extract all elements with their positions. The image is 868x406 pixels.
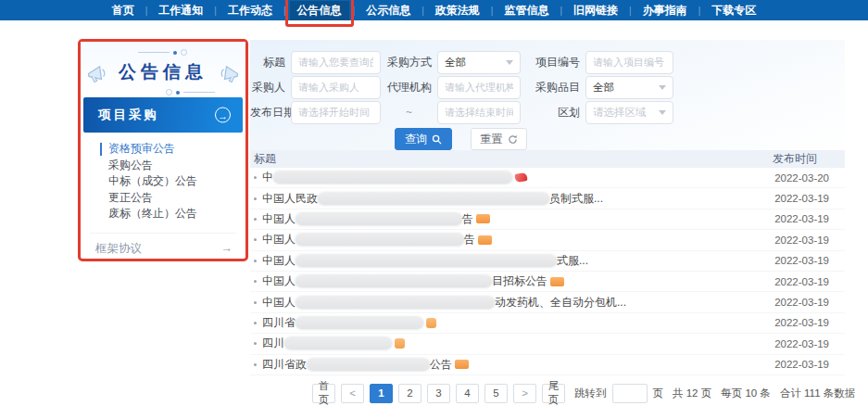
table-row[interactable]: 中国人告2022-03-19: [250, 209, 845, 230]
row-title-text: 四川省: [262, 315, 296, 331]
row-title-text: 四川省政: [262, 357, 307, 373]
sidebar-section-label: 项目采购: [98, 107, 159, 123]
row-date: 2022-03-19: [743, 255, 845, 266]
page-button-3[interactable]: 3: [427, 384, 450, 403]
bullet-icon: [254, 176, 257, 179]
redacted-bar: [296, 275, 492, 287]
first-page-button[interactable]: 首页: [312, 384, 335, 403]
table-row[interactable]: 四川2022-03-19: [250, 334, 845, 354]
table-row[interactable]: 中国人式服...2022-03-19: [250, 251, 845, 272]
title-input[interactable]: [291, 51, 381, 74]
purchaser-input[interactable]: [291, 76, 381, 99]
nav-item-1[interactable]: 首页: [105, 1, 142, 20]
date-range-separator: ~: [386, 106, 432, 119]
nav-item-10[interactable]: 下载专区: [704, 1, 763, 20]
row-date: 2022-03-19: [743, 317, 845, 328]
caret-down-icon: [659, 85, 666, 90]
agency-input[interactable]: [437, 76, 521, 99]
query-button[interactable]: 查询: [395, 128, 452, 150]
page-button-4[interactable]: 4: [456, 384, 479, 403]
orange-badge-icon: [455, 360, 469, 369]
table-row[interactable]: 中国人告2022-03-19: [250, 230, 845, 250]
sidebar-menu-item[interactable]: 资格预审公告: [108, 141, 245, 158]
nav-separator: |: [145, 6, 148, 16]
start-date-input[interactable]: [291, 101, 381, 124]
table-row[interactable]: 四川省2022-03-19: [250, 313, 845, 334]
column-header-date: 发布时间: [739, 151, 841, 167]
refresh-icon: [508, 134, 518, 145]
decor-line-bottom: [166, 89, 215, 95]
arrow-right-icon: →: [221, 242, 233, 255]
table-row[interactable]: 中国人目招标公告2022-03-19: [250, 272, 845, 292]
category-value: 全部: [593, 81, 614, 95]
nav-item-8[interactable]: 旧网链接: [566, 1, 625, 20]
table-row[interactable]: 四川省政公告2022-03-19: [250, 355, 845, 375]
nav-item-6[interactable]: 政策法规: [428, 1, 487, 20]
nav-item-9[interactable]: 办事指南: [635, 1, 695, 20]
row-title-cell: 中国人式服...: [250, 253, 743, 269]
region-select[interactable]: 请选择区域: [585, 101, 673, 124]
row-date: 2022-03-19: [743, 276, 845, 287]
sidebar-menu-item[interactable]: 采购公告: [108, 158, 245, 174]
megaphone-icon-right: [214, 62, 241, 89]
nav-separator: |: [214, 6, 217, 16]
sidebar-menu-item[interactable]: 中标（成交）公告: [108, 173, 245, 190]
orange-badge-icon: [426, 318, 436, 328]
row-title-text: 公告: [430, 357, 452, 373]
row-date: 2022-03-19: [743, 235, 845, 246]
nav-item-3[interactable]: 工作动态: [220, 1, 280, 20]
project-number-input[interactable]: [585, 51, 673, 74]
query-button-label: 查询: [405, 132, 427, 147]
table-row[interactable]: 中国人动发药机、全自动分包机...2022-03-19: [250, 292, 845, 312]
sidebar-menu-item[interactable]: 废标（终止）公告: [108, 206, 245, 222]
nav-item-5[interactable]: 公示信息: [359, 1, 418, 20]
jump-label: 跳转到: [574, 387, 607, 400]
pagination: 首页 < 12345 > 尾页 跳转到 页 共 12 页 每页 10 条 合计 …: [312, 384, 845, 403]
red-flag-icon: [514, 172, 527, 183]
row-date: 2022-03-19: [743, 359, 845, 370]
category-select[interactable]: 全部: [585, 76, 673, 99]
table-row[interactable]: 中2022-03-20: [250, 168, 845, 188]
nav-item-7[interactable]: 监管信息: [497, 1, 556, 20]
sidebar-footer-link[interactable]: 框架协议 →: [81, 234, 245, 257]
top-nav: 首页|工作通知|工作动态|公告信息|公示信息|政策法规|监管信息|旧网链接|办事…: [0, 0, 868, 20]
purchase-method-select[interactable]: 全部: [437, 51, 521, 74]
jump-page-input[interactable]: [612, 384, 648, 403]
bullet-icon: [254, 218, 257, 221]
reset-button[interactable]: 重置: [471, 128, 527, 150]
row-title-cell: 中国人动发药机、全自动分包机...: [250, 295, 743, 311]
sidebar-menu: 资格预审公告采购公告中标（成交）公告更正公告废标（终止）公告: [81, 133, 245, 228]
sidebar-annotation-box: 公告信息 项目采购 → 资格预审公告采购公告中标（成交）公告更正公告废标（终止）…: [78, 39, 248, 261]
row-date: 2022-03-20: [743, 172, 845, 184]
arrow-circle-icon: →: [215, 108, 231, 123]
row-date: 2022-03-19: [743, 338, 845, 349]
per-page-text: 每页 10 条: [721, 387, 771, 400]
redacted-bar: [273, 171, 512, 184]
redacted-bar: [296, 213, 462, 225]
table-row[interactable]: 中国人民政员制式服...2022-03-19: [250, 188, 845, 209]
orange-badge-icon: [395, 338, 405, 349]
prev-page-button[interactable]: <: [341, 384, 364, 403]
end-date-input[interactable]: [437, 101, 521, 124]
page-button-5[interactable]: 5: [484, 384, 508, 403]
row-title-cell: 四川: [250, 336, 743, 351]
nav-item-2[interactable]: 工作通知: [151, 1, 210, 20]
redacted-bar: [318, 193, 549, 205]
row-title-text: 中: [262, 170, 273, 185]
jump-suffix: 页: [653, 387, 664, 400]
sidebar-section-button[interactable]: 项目采购 →: [83, 97, 243, 133]
total-count-text: 合计 111 条数据: [780, 387, 855, 400]
row-title-cell: 中国人民政员制式服...: [250, 191, 743, 207]
page-button-2[interactable]: 2: [398, 384, 421, 403]
sidebar-menu-item[interactable]: 更正公告: [108, 190, 245, 207]
nav-item-4[interactable]: 公告信息: [290, 1, 349, 20]
caret-down-icon: [659, 110, 666, 115]
next-page-button[interactable]: >: [513, 384, 536, 403]
agency-label: 代理机构: [386, 80, 432, 95]
redacted-bar: [307, 359, 430, 371]
row-title-text: 四川: [262, 336, 284, 351]
page-button-1[interactable]: 1: [370, 384, 393, 403]
last-page-button[interactable]: 尾页: [542, 384, 565, 403]
bullet-icon: [254, 197, 257, 200]
redacted-bar: [296, 317, 423, 329]
